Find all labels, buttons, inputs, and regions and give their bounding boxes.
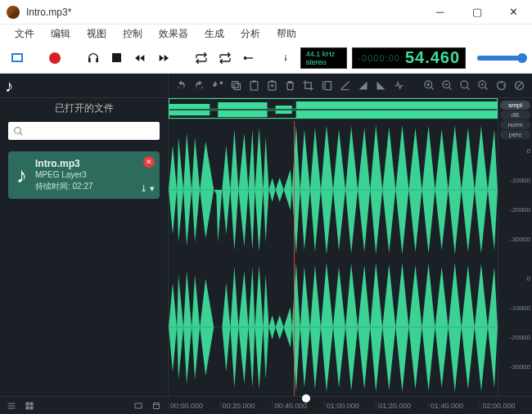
sidebar-title: 已打开的文件	[0, 98, 168, 120]
trim-start-icon[interactable]	[321, 79, 333, 92]
file-download-button[interactable]: ⤓ ▾	[140, 183, 155, 194]
minimize-button[interactable]: ─	[422, 0, 458, 24]
meter-scale: 0 -10000 -20000 -30000 0 -10000 -20000 -…	[500, 147, 530, 393]
svg-rect-3	[250, 82, 258, 91]
menu-view[interactable]: 视图	[79, 25, 115, 43]
svg-point-11	[481, 83, 484, 86]
svg-rect-26	[30, 402, 34, 405]
meter-mode-norm[interactable]: norm	[500, 120, 530, 129]
zoom-sel-icon[interactable]	[477, 79, 489, 92]
forward-button[interactable]	[154, 48, 173, 68]
loop-section-button[interactable]	[215, 48, 234, 68]
status-icon-1[interactable]	[133, 401, 143, 411]
search-input[interactable]	[8, 122, 160, 140]
view-list-icon[interactable]	[7, 401, 16, 411]
search-field[interactable]	[27, 126, 155, 136]
record-button[interactable]	[46, 48, 65, 68]
selection-tool-button[interactable]	[8, 48, 27, 68]
copy-icon[interactable]	[230, 79, 242, 92]
meter-mode-db[interactable]: dB	[500, 110, 530, 119]
file-card[interactable]: ♪ Intro.mp3 MPEG Layer3 持续时间: 02:27 ✕ ⤓ …	[8, 151, 160, 199]
format-display: 44.1 kHz stereo	[300, 47, 348, 69]
svg-rect-25	[26, 402, 29, 405]
ruler-tick: 00:40.000	[272, 402, 324, 410]
ruler-position-handle[interactable]	[302, 394, 310, 403]
svg-rect-2	[232, 82, 239, 88]
view-grid-icon[interactable]	[25, 401, 34, 411]
svg-point-0	[244, 56, 247, 60]
ruler-tick: 00:00.000	[168, 402, 220, 410]
info-button[interactable]	[277, 48, 295, 68]
cut-icon[interactable]	[212, 79, 224, 92]
menu-bar: 文件 编辑 视图 控制 效果器 生成 分析 帮助	[0, 25, 532, 43]
volume-slider[interactable]	[477, 56, 524, 61]
tool2-icon[interactable]	[513, 79, 525, 92]
ruler-tick: 02:00.000	[480, 402, 532, 410]
menu-control[interactable]: 控制	[115, 25, 151, 43]
menu-analyze[interactable]: 分析	[232, 25, 268, 43]
fade-out-icon[interactable]	[375, 79, 387, 92]
ruler-tick: 01:20.000	[376, 402, 428, 410]
fade-in-icon[interactable]	[357, 79, 369, 92]
zoom-fit-icon[interactable]	[459, 79, 471, 92]
app-icon	[7, 6, 20, 19]
zoom-out-icon[interactable]	[441, 79, 453, 92]
file-close-button[interactable]: ✕	[143, 156, 155, 168]
time-ruler[interactable]: 00:00.000 00:20.000 00:40.000 01:00.000 …	[168, 397, 532, 414]
ruler-tick: 01:40.000	[428, 402, 480, 410]
paste-special-icon[interactable]	[266, 79, 278, 92]
rewind-button[interactable]	[131, 48, 150, 68]
sidebar: ♪ 已打开的文件 ♪ Intro.mp3 MPEG Layer3 持续时间: 0…	[0, 74, 168, 396]
waveform-area[interactable]	[169, 98, 498, 396]
redo-icon[interactable]	[193, 79, 205, 92]
loop-button[interactable]	[192, 48, 211, 68]
menu-edit[interactable]: 编辑	[43, 25, 79, 43]
svg-point-9	[461, 81, 468, 88]
amplitude-meter: smpl dB norm perc 0 -10000 -20000 -30000…	[498, 98, 532, 396]
trim-end-icon[interactable]	[339, 79, 351, 92]
zoom-in-icon[interactable]	[423, 79, 435, 92]
time-display: -0000:00:54.460	[352, 47, 466, 69]
normalize-icon[interactable]	[393, 79, 405, 92]
time-main: 54.460	[405, 48, 460, 67]
svg-rect-28	[30, 406, 34, 409]
stop-button[interactable]	[107, 48, 126, 68]
svg-rect-27	[26, 406, 29, 409]
svg-rect-6	[271, 80, 274, 83]
meter-mode-smpl[interactable]: smpl	[500, 101, 530, 110]
meter-mode-perc[interactable]: perc	[500, 130, 530, 139]
svg-rect-4	[253, 80, 256, 83]
waveform-canvas[interactable]	[169, 121, 498, 396]
close-button[interactable]: ✕	[495, 0, 532, 24]
svg-rect-29	[135, 403, 142, 408]
menu-file[interactable]: 文件	[7, 25, 43, 43]
transport-toolbar: 44.1 kHz stereo -0000:00:54.460	[0, 43, 532, 74]
music-note-icon: ♪	[5, 77, 13, 96]
time-prefix: -0000:00:	[358, 53, 403, 63]
ruler-tick: 01:00.000	[324, 402, 376, 410]
menu-generate[interactable]: 生成	[196, 25, 232, 43]
ruler-tick: 00:20.000	[220, 402, 273, 410]
menu-help[interactable]: 帮助	[268, 25, 304, 43]
sidebar-header: ♪	[0, 74, 168, 98]
search-icon	[13, 126, 24, 137]
status-icon-2[interactable]	[151, 401, 161, 411]
editor-toolbar	[169, 74, 532, 98]
undo-icon[interactable]	[175, 79, 187, 92]
tool1-icon[interactable]	[495, 79, 507, 92]
maximize-button[interactable]: ▢	[458, 0, 495, 24]
window-titlebar: Intro.mp3* ─ ▢ ✕	[0, 0, 532, 25]
window-title: Intro.mp3*	[26, 7, 422, 18]
crop-icon[interactable]	[302, 79, 314, 92]
paste-icon[interactable]	[248, 79, 260, 92]
file-codec: MPEG Layer3	[16, 169, 151, 181]
waveform-overview[interactable]	[169, 98, 498, 119]
marker-button[interactable]	[239, 48, 258, 68]
headphones-button[interactable]	[83, 48, 102, 68]
file-duration: 持续时间: 02:27	[16, 181, 151, 192]
svg-rect-1	[234, 83, 241, 90]
playback-cursor[interactable]	[294, 121, 295, 396]
file-name: Intro.mp3	[16, 158, 151, 169]
delete-icon[interactable]	[284, 79, 296, 92]
menu-effects[interactable]: 效果器	[151, 25, 196, 43]
